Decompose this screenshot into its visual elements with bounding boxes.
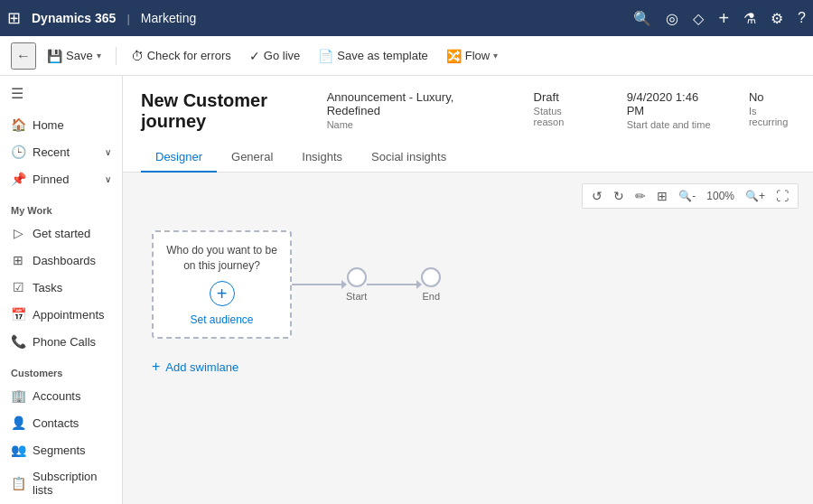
sidebar-item-get-started[interactable]: ▷ Get started — [0, 219, 122, 247]
my-work-section: ▷ Get started ⊞ Dashboards ☑ Tasks 📅 App… — [0, 219, 122, 355]
sidebar-item-phone-calls[interactable]: 📞 Phone Calls — [0, 328, 122, 355]
audience-plus-button[interactable]: + — [210, 281, 235, 306]
sidebar-item-label: Pinned — [33, 173, 69, 186]
sidebar-item-tasks[interactable]: ☑ Tasks — [0, 274, 122, 301]
sidebar-nav-section: 🏠 Home 🕒 Recent ∨ 📌 Pinned ∨ — [0, 111, 122, 192]
meta-status-label: Status reason — [534, 106, 591, 127]
sidebar-item-pinned[interactable]: 📌 Pinned ∨ — [0, 165, 122, 192]
go-live-button[interactable]: ✓ Go live — [242, 45, 307, 67]
tabs: Designer General Insights Social insight… — [141, 143, 795, 172]
sidebar-item-subscription-lists[interactable]: 📋 Subscription lists — [0, 463, 122, 503]
tab-insights[interactable]: Insights — [287, 143, 357, 173]
flow-icon: 🔀 — [446, 49, 462, 63]
sidebar-item-segments[interactable]: 👥 Segments — [0, 436, 122, 463]
start-node-label: Start — [346, 291, 367, 302]
meta-date-value: 9/4/2020 1:46 PM — [627, 90, 713, 117]
filter-icon[interactable]: ⚗ — [743, 10, 756, 27]
sidebar-item-contacts[interactable]: 👤 Contacts — [0, 409, 122, 436]
sidebar-item-home[interactable]: 🏠 Home — [0, 111, 122, 138]
recent-chevron-icon: ∨ — [105, 147, 111, 157]
app-grid-icon[interactable]: ⊞ — [7, 8, 21, 28]
meta-recurring-label: Is recurring — [749, 106, 795, 127]
recent-icon: 🕒 — [11, 145, 25, 159]
page-meta: Announcement - Luxury, Redefined Name Dr… — [327, 90, 795, 130]
redo-button[interactable]: ↻ — [610, 187, 628, 205]
help-icon[interactable]: ? — [798, 10, 806, 26]
meta-recurring-value: No — [749, 90, 795, 104]
meta-name-value: Announcement - Luxury, Redefined — [327, 90, 498, 117]
sidebar-item-label: Segments — [33, 443, 86, 457]
page-header: New Customer journey Announcement - Luxu… — [123, 76, 813, 173]
subscription-lists-icon: 📋 — [11, 476, 25, 490]
connector-line-2 — [367, 284, 421, 285]
check-errors-button[interactable]: ⏱ Check for errors — [124, 45, 238, 67]
sidebar-toggle[interactable]: ☰ — [0, 76, 122, 111]
sidebar-item-dashboards[interactable]: ⊞ Dashboards — [0, 247, 122, 274]
sidebar-item-label: Phone Calls — [33, 335, 96, 349]
undo-button[interactable]: ↺ — [588, 187, 606, 205]
sidebar-item-label: Get started — [33, 227, 90, 240]
dashboards-icon: ⊞ — [11, 253, 25, 267]
connector-2 — [367, 284, 421, 285]
flow-button[interactable]: 🔀 Flow ▾ — [439, 45, 505, 67]
zoom-out-button[interactable]: 🔍- — [675, 188, 699, 204]
sidebar-item-appointments[interactable]: 📅 Appointments — [0, 301, 122, 328]
designer-area[interactable]: ↺ ↻ ✏ ⊞ 🔍- 100% 🔍+ ⛶ Who do you want to … — [123, 173, 813, 504]
brand-divider: | — [126, 12, 129, 25]
my-work-label: My Work — [0, 196, 122, 219]
tab-designer[interactable]: Designer — [141, 143, 217, 173]
edit-tool-button[interactable]: ✏ — [631, 187, 649, 205]
sidebar-item-label: Subscription lists — [33, 470, 111, 497]
add-icon[interactable]: + — [718, 8, 729, 29]
save-button[interactable]: 💾 Save ▾ — [40, 45, 108, 67]
go-live-icon: ✓ — [249, 49, 260, 63]
location-icon[interactable]: ◇ — [693, 10, 704, 27]
end-node-label: End — [422, 291, 440, 302]
grid-tool-button[interactable]: ⊞ — [653, 187, 671, 205]
meta-status-value: Draft — [534, 90, 591, 104]
flow-dropdown-icon[interactable]: ▾ — [493, 51, 498, 61]
settings-icon[interactable]: ⚙ — [771, 10, 783, 27]
meta-date: 9/4/2020 1:46 PM Start date and time — [627, 90, 713, 130]
save-template-icon: 📄 — [318, 49, 333, 63]
brand-name: Dynamics 365 — [32, 11, 116, 25]
page-title: New Customer journey — [141, 90, 327, 132]
sidebar-item-label: Home — [33, 118, 64, 132]
sidebar-item-accounts[interactable]: 🏢 Accounts — [0, 382, 122, 409]
designer-toolbar: ↺ ↻ ✏ ⊞ 🔍- 100% 🔍+ ⛶ — [582, 183, 799, 209]
search-icon[interactable]: 🔍 — [633, 10, 651, 27]
add-swimlane-button[interactable]: + Add swimlane — [152, 353, 784, 380]
sidebar-item-label: Tasks — [33, 281, 62, 294]
sidebar-item-label: Dashboards — [33, 254, 96, 267]
sidebar-item-label: Contacts — [33, 416, 79, 430]
home-icon: 🏠 — [11, 117, 25, 132]
save-icon: 💾 — [47, 49, 62, 63]
tab-social-insights[interactable]: Social insights — [357, 143, 461, 173]
target-icon[interactable]: ◎ — [666, 10, 678, 27]
tasks-icon: ☑ — [11, 280, 25, 294]
set-audience-link[interactable]: Set audience — [190, 313, 253, 326]
add-swimlane-label: Add swimlane — [165, 360, 238, 374]
swimlane-1: Who do you want to be on this journey? +… — [152, 230, 784, 339]
journey-canvas: Who do you want to be on this journey? +… — [137, 230, 799, 380]
meta-recurring: No Is recurring — [749, 90, 795, 127]
toolbar-divider-1 — [116, 47, 117, 65]
connector-line-1 — [292, 284, 346, 285]
sidebar-item-recent[interactable]: 🕒 Recent ∨ — [0, 138, 122, 165]
customers-label: Customers — [0, 359, 122, 382]
module-name: Marketing — [141, 11, 196, 25]
add-swimlane-icon: + — [152, 359, 160, 375]
save-template-button[interactable]: 📄 Save as template — [311, 45, 435, 67]
fullscreen-button[interactable]: ⛶ — [772, 187, 792, 205]
back-button[interactable]: ← — [11, 42, 36, 70]
sidebar: ☰ 🏠 Home 🕒 Recent ∨ 📌 Pinned ∨ My Work ▷… — [0, 76, 123, 504]
meta-name: Announcement - Luxury, Redefined Name — [327, 90, 498, 130]
segments-icon: 👥 — [11, 443, 25, 457]
save-dropdown-icon[interactable]: ▾ — [97, 51, 101, 61]
tab-general[interactable]: General — [217, 143, 287, 173]
connector-1 — [292, 284, 346, 285]
meta-date-label: Start date and time — [627, 119, 713, 130]
audience-box[interactable]: Who do you want to be on this journey? +… — [152, 230, 292, 339]
meta-status: Draft Status reason — [534, 90, 591, 127]
zoom-in-button[interactable]: 🔍+ — [742, 188, 769, 204]
